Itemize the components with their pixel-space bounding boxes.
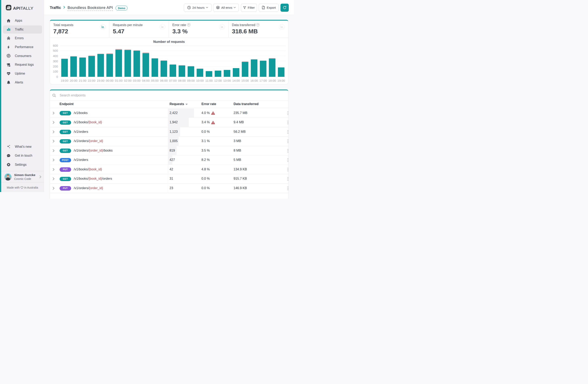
svg-text:csv: csv [262, 7, 264, 9]
svg-text:16:00: 16:00 [250, 79, 258, 82]
svg-text:05:00: 05:00 [151, 79, 159, 82]
svg-text:13:00: 13:00 [223, 79, 231, 82]
svg-text:07:00: 07:00 [169, 79, 177, 82]
svg-text:400: 400 [53, 54, 58, 58]
svg-text:00:00: 00:00 [106, 79, 114, 82]
svg-text:200: 200 [53, 64, 58, 68]
svg-text:12:00: 12:00 [214, 79, 222, 82]
svg-text:17:00: 17:00 [259, 79, 267, 82]
svg-text:15:00: 15:00 [241, 79, 249, 82]
svg-text:02:00: 02:00 [124, 79, 131, 82]
svg-text:22:00: 22:00 [88, 79, 95, 82]
svg-text:600: 600 [53, 44, 58, 47]
svg-text:20:00: 20:00 [70, 79, 77, 82]
svg-text:01:00: 01:00 [115, 79, 123, 82]
svg-text:04:00: 04:00 [142, 79, 149, 82]
svg-text:11:00: 11:00 [205, 79, 212, 82]
svg-text:19:00: 19:00 [277, 79, 285, 82]
svg-text:18:00: 18:00 [268, 79, 276, 82]
svg-text:21:00: 21:00 [79, 79, 86, 82]
svg-text:14:00: 14:00 [232, 79, 240, 82]
svg-text:300: 300 [53, 59, 58, 63]
svg-text:08:00: 08:00 [178, 79, 186, 82]
svg-text:10:00: 10:00 [196, 79, 204, 82]
svg-text:09:00: 09:00 [187, 79, 195, 82]
svg-text:0: 0 [56, 75, 58, 78]
svg-text:500: 500 [53, 49, 58, 52]
svg-text:23:00: 23:00 [97, 79, 105, 82]
svg-text:03:00: 03:00 [133, 79, 141, 82]
svg-text:100: 100 [53, 70, 58, 73]
svg-text:Number of requests: Number of requests [153, 40, 185, 43]
svg-text:06:00: 06:00 [160, 79, 168, 82]
svg-text:19:00: 19:00 [61, 79, 68, 82]
